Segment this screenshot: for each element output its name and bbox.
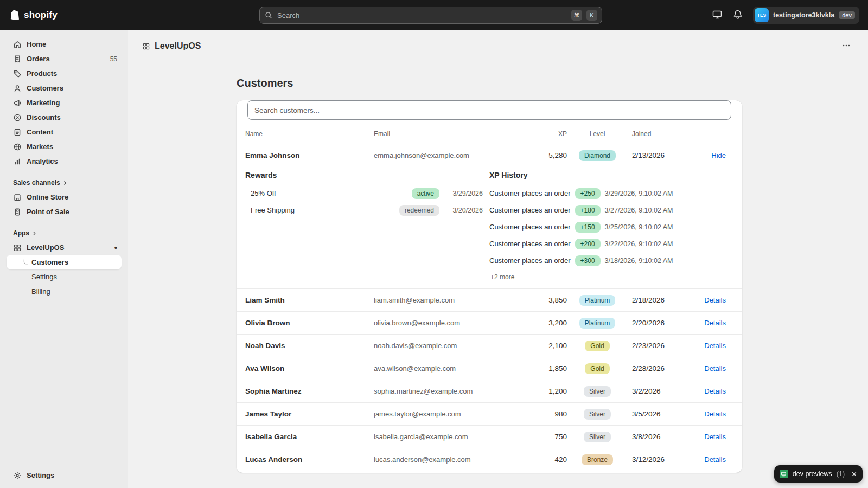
sidebar-item-markets[interactable]: Markets: [7, 139, 122, 154]
row-action-link[interactable]: Details: [704, 433, 726, 441]
row-action-link[interactable]: Hide: [711, 151, 726, 159]
customer-search-input[interactable]: [247, 100, 731, 120]
row-action-link[interactable]: Details: [704, 410, 726, 418]
customer-email: sophia.martinez@example.com: [374, 387, 524, 395]
xp-date: 3/18/2026, 9:10:02 AM: [605, 257, 673, 265]
row-action-link[interactable]: Details: [704, 296, 726, 304]
reward-name: 25% Off: [251, 189, 412, 197]
page-content: Customers Name Email XP Level Joined Emm…: [128, 62, 868, 473]
sidebar-item-analytics[interactable]: Analytics: [7, 154, 122, 169]
row-action-link[interactable]: Details: [704, 342, 726, 350]
sidebar-section-apps[interactable]: Apps: [7, 226, 122, 240]
chevron-right-icon: [31, 230, 38, 237]
customer-xp: 1,200: [524, 387, 567, 395]
customer-joined: 2/13/2026: [628, 151, 692, 159]
xp-event: Customer places an order: [489, 240, 571, 248]
sales-channels-label: Sales channels: [13, 179, 60, 187]
sidebar-app-item-billing[interactable]: Billing: [7, 284, 122, 299]
row-action-link[interactable]: Details: [704, 364, 726, 373]
customer-xp: 2,100: [524, 342, 567, 350]
notifications-button[interactable]: [729, 7, 746, 24]
account-menu[interactable]: TES testingstore3klvkla dev: [753, 7, 859, 24]
row-action-link[interactable]: Details: [704, 455, 726, 464]
person-icon: [13, 84, 22, 93]
sidebar-app-item-settings[interactable]: Settings: [7, 269, 122, 284]
customer-joined: 2/23/2026: [628, 342, 692, 350]
level-badge: Platinum: [579, 295, 616, 306]
toast-close-button[interactable]: ✕: [849, 470, 857, 478]
table-row: Ava Wilson ava.wilson@example.com 1,850 …: [237, 357, 742, 380]
reward-date: 3/29/2026: [445, 190, 483, 197]
shopify-wordmark: shopify: [24, 10, 58, 21]
sidebar-item-discounts[interactable]: Discounts: [7, 110, 122, 125]
xp-history-more-link[interactable]: +2 more: [489, 273, 733, 281]
xp-date: 3/27/2026, 9:10:02 AM: [605, 207, 673, 214]
orders-count-badge: 55: [110, 55, 117, 63]
table-row: James Taylor james.taylor@example.com 98…: [237, 402, 742, 425]
pos-icon: [13, 208, 22, 216]
topbar: shopify Search ⌘ K TES testingstore3klvk…: [0, 0, 868, 30]
level-badge: Diamond: [579, 150, 616, 161]
customer-xp: 420: [524, 455, 567, 464]
row-action-link[interactable]: Details: [704, 387, 726, 395]
document-icon: [13, 128, 22, 137]
customer-xp: 3,200: [524, 319, 567, 327]
customer-name: Noah Davis: [245, 342, 374, 350]
customer-joined: 3/8/2026: [628, 433, 692, 441]
sidebar-item-home[interactable]: Home: [7, 37, 122, 52]
row-action-link[interactable]: Details: [704, 319, 726, 327]
customer-email: liam.smith@example.com: [374, 296, 524, 304]
dev-previews-toast: dev previews (1) ✕: [774, 465, 863, 483]
col-email: Email: [374, 130, 524, 138]
xp-event: Customer places an order: [489, 256, 571, 265]
sidebar-item-marketing[interactable]: Marketing: [7, 95, 122, 110]
settings-label: Settings: [27, 471, 54, 479]
sidebar-item-content[interactable]: Content: [7, 125, 122, 139]
sidebar: Home Orders 55 Products Customers Market…: [0, 30, 128, 488]
customer-detail-panel: Rewards 25% Off active 3/29/2026 Free Sh…: [237, 166, 742, 288]
table-row: Noah Davis noah.davis@example.com 2,100 …: [237, 334, 742, 357]
rewards-title: Rewards: [245, 171, 489, 179]
shopify-bag-icon: [9, 9, 22, 22]
sidebar-sales-channels: Online Store Point of Sale: [7, 190, 122, 219]
sidebar-item-point-of-sale[interactable]: Point of Sale: [7, 204, 122, 219]
sidebar-app-item-customers[interactable]: Customers: [7, 255, 122, 269]
app-grid-icon: [142, 42, 150, 50]
customer-name: Lucas Anderson: [245, 455, 374, 464]
toast-label[interactable]: dev previews: [793, 470, 832, 478]
more-actions-button[interactable]: [839, 38, 854, 54]
storefront-icon: [13, 193, 22, 202]
customer-joined: 3/2/2026: [628, 387, 692, 395]
sidebar-item-settings[interactable]: Settings: [7, 468, 122, 483]
xp-history-row: Customer places an order +180 3/27/2026,…: [489, 202, 733, 219]
levelupos-label: LevelUpOS: [27, 243, 64, 252]
xp-date: 3/29/2026, 9:10:02 AM: [605, 190, 673, 197]
customer-name: Emma Johnson: [245, 151, 374, 159]
xp-amount-badge: +150: [575, 222, 601, 233]
global-search[interactable]: Search ⌘ K: [259, 7, 602, 24]
apps-label: Apps: [13, 229, 29, 237]
customer-name: Isabella Garcia: [245, 433, 374, 441]
customer-name: Olivia Brown: [245, 319, 374, 327]
sidebar-section-sales-channels[interactable]: Sales channels: [7, 176, 122, 190]
customer-joined: 2/20/2026: [628, 319, 692, 327]
sidebar-item-online-store[interactable]: Online Store: [7, 190, 122, 204]
dev-preview-button[interactable]: [709, 7, 726, 24]
sidebar-item-levelupos[interactable]: LevelUpOS •: [7, 240, 122, 255]
shopify-logo[interactable]: shopify: [9, 9, 58, 22]
main-area: LevelUpOS Customers Name Email XP Level …: [128, 30, 868, 488]
chevron-right-icon: [62, 179, 69, 187]
sidebar-item-orders[interactable]: Orders 55: [7, 52, 122, 66]
customer-joined: 2/18/2026: [628, 296, 692, 304]
level-badge: Silver: [584, 409, 611, 420]
active-app-indicator: •: [114, 243, 117, 252]
page-title: Customers: [237, 77, 868, 89]
sidebar-item-customers[interactable]: Customers: [7, 81, 122, 95]
avatar: TES: [755, 8, 769, 22]
monitor-icon: [712, 9, 723, 22]
customer-xp: 1,850: [524, 364, 567, 373]
sidebar-item-products[interactable]: Products: [7, 66, 122, 81]
tree-connector-icon: [22, 259, 29, 266]
xp-event: Customer places an order: [489, 189, 571, 197]
customer-xp: 3,850: [524, 296, 567, 304]
